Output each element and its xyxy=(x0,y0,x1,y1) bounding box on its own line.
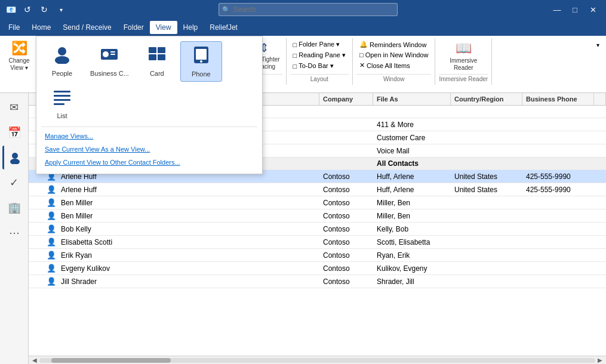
ribbon-group-panes: □ Folder Pane ▾ □ Reading Pane ▾ □ To-Do… xyxy=(287,38,353,85)
svg-rect-9 xyxy=(158,54,165,60)
window-group-label: Window xyxy=(356,74,431,84)
title-bar: 📧 ↺ ↻ ▾ 🔍 — □ ✕ xyxy=(0,0,606,19)
panes-group-label: Layout xyxy=(290,74,349,84)
menu-view[interactable]: View xyxy=(150,21,177,34)
ribbon-group-immersive: 📖 ImmersiveReader Immersive Reader xyxy=(435,38,492,85)
dropdown-divider-1 xyxy=(41,127,257,127)
menu-home[interactable]: Home xyxy=(26,21,57,34)
svg-rect-8 xyxy=(149,54,156,60)
ribbon-group-change-view: 🔀 ChangeView ▾ xyxy=(2,38,38,85)
table-row[interactable]: 👤 Evgeny Kulikov Contoso Kulikov, Evgeny xyxy=(29,262,606,275)
open-new-window-button[interactable]: □ Open in New Window xyxy=(356,50,431,60)
close-all-items-icon: ✕ xyxy=(359,61,365,69)
col-header-extra[interactable] xyxy=(594,93,606,105)
todo-bar-icon: □ xyxy=(293,63,297,70)
scroll-left-button[interactable]: ◀ xyxy=(30,356,39,365)
sidebar-item-mail[interactable]: ✉ xyxy=(2,95,26,119)
maximize-button[interactable]: □ xyxy=(567,1,583,18)
table-row[interactable]: 👤 Arlene Huff Contoso Huff, Arlene Unite… xyxy=(29,183,606,196)
table-row[interactable]: 👤 Elisabetta Scotti Contoso Scotti, Elis… xyxy=(29,236,606,249)
card-view-label: Card xyxy=(150,70,164,77)
svg-point-1 xyxy=(55,56,69,64)
sidebar-item-more[interactable]: ⋯ xyxy=(2,221,26,245)
svg-rect-4 xyxy=(110,51,115,53)
scroll-thumb[interactable] xyxy=(51,358,171,363)
svg-rect-7 xyxy=(158,47,165,53)
search-input[interactable] xyxy=(219,3,398,16)
menu-file[interactable]: File xyxy=(2,21,26,34)
reading-pane-button[interactable]: □ Reading Pane ▾ xyxy=(290,50,349,60)
horizontal-scrollbar[interactable]: ◀ ▶ xyxy=(29,356,606,364)
immersive-reader-icon: 📖 xyxy=(456,41,472,56)
list-view-icon xyxy=(53,88,72,112)
col-header-country[interactable]: Country/Region xyxy=(451,93,522,105)
svg-rect-16 xyxy=(54,103,64,105)
change-view-button[interactable]: 🔀 ChangeView ▾ xyxy=(6,39,32,73)
contact-icon: 👤 xyxy=(47,211,56,220)
change-view-label: ChangeView ▾ xyxy=(8,57,29,72)
close-all-items-button[interactable]: ✕ Close All Items xyxy=(356,60,431,70)
expand-ribbon-button[interactable]: ▾ xyxy=(592,41,604,50)
table-row[interactable]: 👤 Ben Miller Contoso Miller, Ben xyxy=(29,209,606,223)
contact-icon: 👤 xyxy=(47,251,56,260)
menu-bar: File Home Send / Receive Folder View Hel… xyxy=(0,19,606,36)
ribbon-group-window: 🔔 Reminders Window □ Open in New Window … xyxy=(353,38,435,85)
sidebar-item-groups[interactable]: 🏢 xyxy=(2,196,26,220)
view-option-phone[interactable]: Phone xyxy=(180,41,222,82)
expand-ribbon-icon: ▾ xyxy=(596,42,599,48)
undo-icon[interactable]: ↺ xyxy=(21,4,33,16)
menu-help[interactable]: Help xyxy=(177,21,204,34)
menu-send-receive[interactable]: Send / Receive xyxy=(57,21,117,34)
apply-view-link[interactable]: Apply Current View to Other Contact Fold… xyxy=(41,156,257,169)
folder-pane-icon: □ xyxy=(293,41,297,48)
col-header-company[interactable]: Company xyxy=(319,93,373,105)
contact-icon: 👤 xyxy=(47,237,56,246)
minimize-button[interactable]: — xyxy=(549,1,565,18)
quick-access-icon[interactable]: ▾ xyxy=(55,4,67,16)
col-header-fileas[interactable]: File As xyxy=(373,93,451,105)
folder-pane-button[interactable]: □ Folder Pane ▾ xyxy=(290,39,349,50)
close-all-items-label: Close All Items xyxy=(367,62,410,69)
svg-point-17 xyxy=(12,153,18,159)
svg-point-3 xyxy=(103,51,109,57)
view-options-list: People Business C... xyxy=(41,41,257,123)
menu-folder[interactable]: Folder xyxy=(118,21,150,34)
phone-view-icon xyxy=(192,45,211,69)
sidebar: ✉ 📅 ✓ 🏢 ⋯ xyxy=(0,93,29,364)
scroll-right-button[interactable]: ▶ xyxy=(595,356,605,365)
menu-reliefjet[interactable]: ReliefJet xyxy=(204,21,244,34)
svg-point-0 xyxy=(58,47,66,55)
sidebar-item-calendar[interactable]: 📅 xyxy=(2,121,26,144)
close-button[interactable]: ✕ xyxy=(585,1,601,18)
view-option-card[interactable]: Card xyxy=(136,41,178,82)
table-row[interactable]: 👤 Ben Miller Contoso Miller, Ben xyxy=(29,196,606,209)
redo-icon[interactable]: ↻ xyxy=(38,4,50,16)
open-new-window-icon: □ xyxy=(359,51,364,58)
reminders-window-button[interactable]: 🔔 Reminders Window xyxy=(356,39,431,50)
scroll-track[interactable] xyxy=(39,358,595,363)
phone-view-label: Phone xyxy=(192,70,211,78)
immersive-reader-button[interactable]: 📖 ImmersiveReader xyxy=(447,39,479,73)
todo-bar-button[interactable]: □ To-Do Bar ▾ xyxy=(290,61,349,71)
business-card-view-label: Business C... xyxy=(90,70,129,77)
sidebar-item-people[interactable] xyxy=(2,146,26,169)
view-option-people[interactable]: People xyxy=(41,41,83,82)
immersive-reader-label: ImmersiveReader xyxy=(450,57,477,72)
table-row[interactable]: 👤 Jill Shrader Contoso Shrader, Jill xyxy=(29,275,606,288)
save-current-view-link[interactable]: Save Current View As a New View... xyxy=(41,143,257,156)
svg-rect-6 xyxy=(149,47,156,53)
view-option-business-card[interactable]: Business C... xyxy=(85,41,134,82)
search-icon: 🔍 xyxy=(222,6,230,14)
svg-rect-11 xyxy=(196,49,207,60)
table-row[interactable]: 👤 Erik Ryan Contoso Ryan, Erik xyxy=(29,249,606,262)
view-option-list[interactable]: List xyxy=(41,84,83,124)
window-controls: — □ ✕ xyxy=(549,1,601,18)
col-header-phone[interactable]: Business Phone xyxy=(522,93,594,105)
list-view-label: List xyxy=(57,112,67,119)
manage-views-link[interactable]: Manage Views... xyxy=(41,129,257,143)
table-row[interactable]: 👤 Bob Kelly Contoso Kelly, Bob xyxy=(29,223,606,236)
change-view-dropdown: People Business C... xyxy=(36,36,263,174)
todo-bar-label: To-Do Bar ▾ xyxy=(299,62,334,70)
sidebar-item-tasks[interactable]: ✓ xyxy=(2,171,26,195)
svg-rect-13 xyxy=(54,91,70,92)
